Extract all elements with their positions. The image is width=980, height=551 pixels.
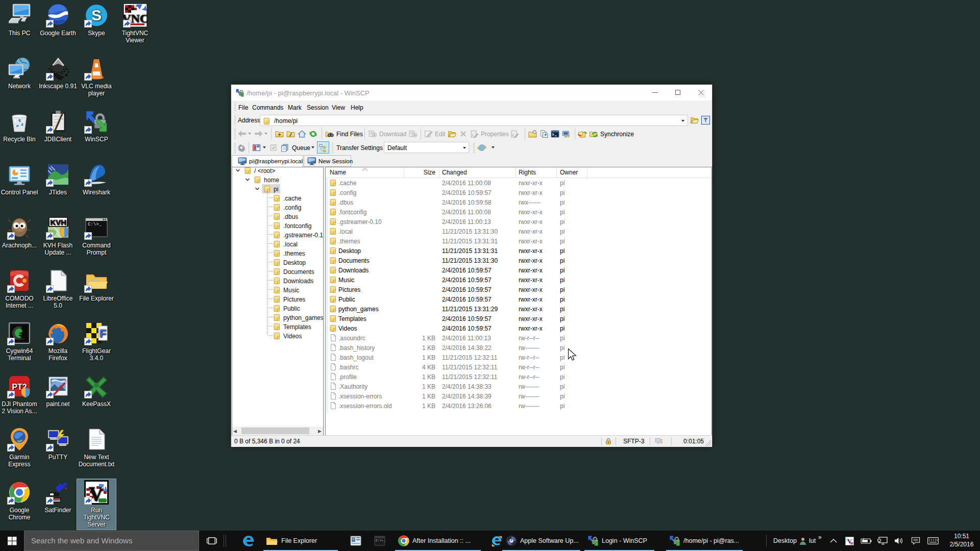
- svg-text:C:\>_: C:\>_: [88, 222, 102, 227]
- svg-text:V: V: [847, 538, 852, 545]
- svg-text:S: S: [91, 7, 102, 23]
- svg-text:C:\>_: C:\>_: [376, 539, 385, 542]
- svg-text:KVH: KVH: [50, 218, 66, 227]
- svg-text:F: F: [100, 327, 106, 340]
